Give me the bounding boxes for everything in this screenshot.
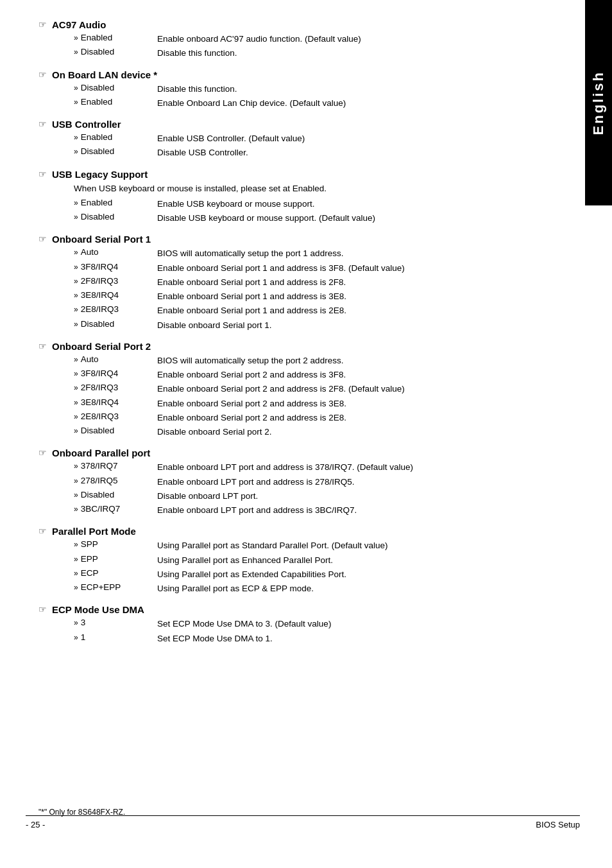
item-key: »2E8/IRQ3 (74, 412, 157, 424)
item-row: »AutoBIOS will automatically setup the p… (74, 247, 541, 260)
section-title-usb-controller: USB Controller (52, 119, 121, 130)
item-key: »3E8/IRQ4 (74, 397, 157, 410)
arrow-icon: » (74, 304, 78, 315)
arrow-icon: » (74, 319, 78, 330)
section-title-onboard-serial-port-2: Onboard Serial Port 2 (52, 341, 151, 352)
item-key-text: Auto (81, 247, 99, 257)
item-key: »278/IRQ5 (74, 476, 157, 489)
item-key: »ECP+EPP (74, 582, 157, 595)
item-key-text: Disabled (81, 146, 115, 156)
item-value: Disable USB keyboard or mouse support. (… (157, 212, 541, 225)
item-row: »DisabledDisable onboard LPT port. (74, 490, 541, 503)
section-heading-ac97-audio: ☞AC97 Audio (38, 19, 541, 30)
section-onboard-serial-port-2: ☞Onboard Serial Port 2»AutoBIOS will aut… (38, 341, 541, 439)
item-key-text: Disabled (81, 490, 115, 499)
item-key-text: 2F8/IRQ3 (81, 276, 119, 286)
arrow-icon: » (74, 582, 78, 593)
arrow-icon: » (74, 290, 78, 301)
item-key-text: Enabled (81, 198, 113, 207)
item-value: Enable onboard Serial port 1 and address… (157, 262, 541, 275)
items-onboard-serial-port-2: »AutoBIOS will automatically setup the p… (74, 354, 541, 439)
section-heading-onboard-parallel-port: ☞Onboard Parallel port (38, 447, 541, 458)
item-key: »2E8/IRQ3 (74, 304, 157, 317)
item-key-text: 3BC/IRQ7 (81, 504, 121, 514)
item-row: »2E8/IRQ3Enable onboard Serial port 1 an… (74, 304, 541, 317)
item-key-text: 2E8/IRQ3 (81, 412, 119, 421)
side-tab-text: English (590, 71, 607, 135)
item-key: »Enabled (74, 33, 157, 46)
item-key-text: 1 (81, 632, 86, 642)
item-key: »3F8/IRQ4 (74, 369, 157, 381)
section-desc-usb-legacy-support: When USB keyboard or mouse is installed,… (74, 182, 541, 195)
item-key: »Enabled (74, 198, 157, 211)
item-key-text: SPP (81, 539, 98, 549)
item-row: »EnabledEnable USB Controller. (Default … (74, 132, 541, 145)
item-value: Enable onboard Serial port 2 and address… (157, 369, 541, 381)
item-key-text: Enabled (81, 97, 113, 107)
item-key: »Disabled (74, 83, 157, 96)
section-onboard-serial-port-1: ☞Onboard Serial Port 1»AutoBIOS will aut… (38, 234, 541, 332)
item-key: »Disabled (74, 212, 157, 225)
item-row: »3E8/IRQ4Enable onboard Serial port 2 an… (74, 397, 541, 410)
arrow-icon: » (74, 554, 78, 565)
arrow-icon: » (74, 247, 78, 258)
item-row: »3F8/IRQ4Enable onboard Serial port 1 an… (74, 262, 541, 275)
item-key-text: Disabled (81, 319, 115, 329)
arrow-icon: » (74, 97, 78, 108)
item-row: »1Set ECP Mode Use DMA to 1. (74, 632, 541, 645)
section-heading-usb-legacy-support: ☞USB Legacy Support (38, 169, 541, 180)
cursor-icon: ☞ (38, 119, 47, 129)
item-key: »Disabled (74, 146, 157, 159)
item-row: »3Set ECP Mode Use DMA to 3. (Default va… (74, 618, 541, 630)
section-heading-onboard-lan: ☞On Board LAN device * (38, 69, 541, 80)
item-value: Enable onboard LPT port and address is 3… (157, 461, 541, 474)
item-row: »AutoBIOS will automatically setup the p… (74, 354, 541, 367)
arrow-icon: » (74, 369, 78, 379)
arrow-icon: » (74, 47, 78, 58)
items-usb-controller: »EnabledEnable USB Controller. (Default … (74, 132, 541, 160)
item-row: »378/IRQ7Enable onboard LPT port and add… (74, 461, 541, 474)
item-key-text: 3 (81, 618, 86, 627)
item-value: BIOS will automatically setup the port 1… (157, 247, 541, 260)
item-value: Enable onboard AC'97 audio function. (De… (157, 33, 541, 46)
item-row: »SPPUsing Parallel port as Standard Para… (74, 539, 541, 552)
item-row: »3F8/IRQ4Enable onboard Serial port 2 an… (74, 369, 541, 381)
item-value: Enable Onboard Lan Chip device. (Default… (157, 97, 541, 110)
item-row: »DisabledDisable this function. (74, 83, 541, 96)
item-key: »3BC/IRQ7 (74, 504, 157, 517)
side-tab: English (585, 0, 612, 205)
arrow-icon: » (74, 412, 78, 422)
section-title-onboard-lan: On Board LAN device * (52, 69, 157, 80)
section-heading-parallel-port-mode: ☞Parallel Port Mode (38, 526, 541, 537)
item-key: »Auto (74, 247, 157, 260)
item-key-text: Auto (81, 354, 99, 364)
item-row: »DisabledDisable onboard Serial port 2. (74, 426, 541, 438)
page-container: English ☞AC97 Audio»EnabledEnable onboar… (0, 0, 612, 868)
item-key: »SPP (74, 539, 157, 552)
cursor-icon: ☞ (38, 169, 47, 179)
cursor-icon: ☞ (38, 19, 47, 30)
item-key-text: ECP (81, 568, 99, 578)
item-key: »2F8/IRQ3 (74, 276, 157, 289)
item-row: »2F8/IRQ3Enable onboard Serial port 1 an… (74, 276, 541, 289)
item-key-text: Disabled (81, 426, 115, 435)
item-value: Disable USB Controller. (157, 146, 541, 159)
items-usb-legacy-support: »EnabledEnable USB keyboard or mouse sup… (74, 198, 541, 225)
item-value: Enable onboard Serial port 1 and address… (157, 276, 541, 289)
item-key: »Enabled (74, 132, 157, 145)
bios-setup-label: BIOS Setup (536, 820, 580, 829)
arrow-icon: » (74, 632, 78, 643)
items-ac97-audio: »EnabledEnable onboard AC'97 audio funct… (74, 33, 541, 60)
item-key: »3E8/IRQ4 (74, 290, 157, 303)
item-key: »1 (74, 632, 157, 645)
items-parallel-port-mode: »SPPUsing Parallel port as Standard Para… (74, 539, 541, 595)
section-title-onboard-serial-port-1: Onboard Serial Port 1 (52, 234, 151, 245)
arrow-icon: » (74, 426, 78, 437)
arrow-icon: » (74, 461, 78, 472)
arrow-icon: » (74, 397, 78, 408)
item-key-text: 3F8/IRQ4 (81, 262, 119, 272)
section-ac97-audio: ☞AC97 Audio»EnabledEnable onboard AC'97 … (38, 19, 541, 60)
item-key-text: 2E8/IRQ3 (81, 304, 119, 314)
item-value: Using Parallel port as Enhanced Parallel… (157, 554, 541, 567)
item-key-text: ECP+EPP (81, 582, 121, 592)
